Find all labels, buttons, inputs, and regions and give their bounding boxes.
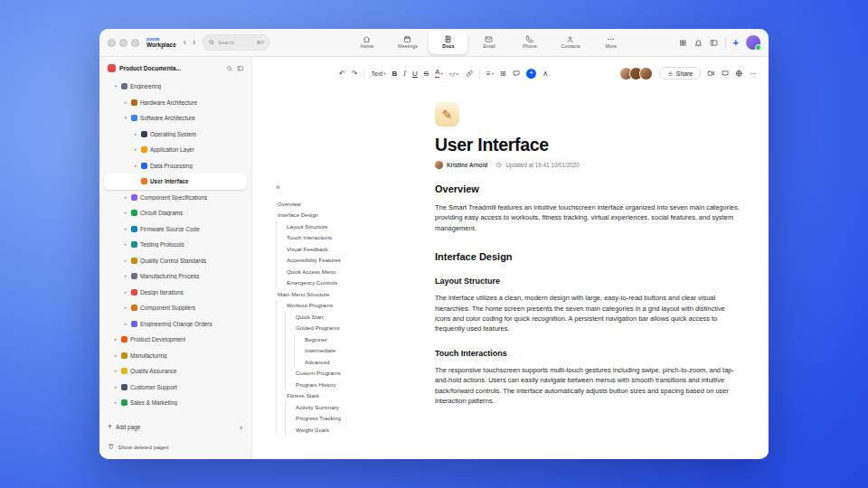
- outline-item-quick-start[interactable]: Quick Start: [276, 311, 422, 323]
- link-button[interactable]: [466, 67, 474, 80]
- sidebar-page-application-layer[interactable]: ▸Application Layer: [104, 142, 247, 158]
- chevron-down-icon[interactable]: ▾: [113, 84, 118, 89]
- tab-home[interactable]: Home: [347, 31, 386, 54]
- sidebar-page-software-architecture[interactable]: ▾Software Architecture: [104, 110, 247, 127]
- chevron-right-icon[interactable]: ▸: [133, 164, 138, 168]
- tab-contacts[interactable]: Contacts: [551, 31, 590, 54]
- chevron-right-icon[interactable]: ▸: [113, 369, 118, 373]
- tab-more[interactable]: More: [591, 31, 630, 54]
- outline-item-custom-programs[interactable]: Custom Programs: [276, 368, 422, 380]
- sidebar-page-engineering[interactable]: ▾Engineering: [104, 79, 247, 95]
- chevron-right-icon[interactable]: ▸: [123, 322, 128, 326]
- sidebar-page-product-development[interactable]: ▸Product Development: [104, 332, 247, 348]
- chevron-right-icon[interactable]: ▸: [133, 132, 138, 136]
- list-button[interactable]: ≡▾: [486, 67, 494, 80]
- outline-item-visual-feedback[interactable]: Visual Feedback: [276, 243, 422, 255]
- tab-email[interactable]: Email: [469, 31, 508, 54]
- outline-item-program-history[interactable]: Program History: [276, 379, 422, 390]
- outline-item-overview[interactable]: Overview: [276, 198, 422, 210]
- bold-button[interactable]: B: [392, 67, 398, 80]
- text-style-button[interactable]: Text▾: [371, 67, 385, 80]
- sidebar-page-sales-marketing[interactable]: ▸Sales & Marketing: [104, 395, 247, 411]
- outline-item-quick-access-menu[interactable]: Quick Access Menu: [276, 266, 422, 277]
- minimize-button[interactable]: [119, 39, 127, 47]
- strikethrough-button[interactable]: S: [424, 67, 429, 80]
- add-page-button[interactable]: + Add page ∨: [108, 419, 243, 434]
- panel-toggle-icon[interactable]: [710, 39, 718, 47]
- tab-phone[interactable]: Phone: [510, 31, 549, 54]
- chevron-right-icon[interactable]: ▸: [123, 100, 128, 105]
- global-search-input[interactable]: Search ⌘F: [203, 34, 269, 51]
- notifications-bell-icon[interactable]: [694, 39, 703, 47]
- sidebar-page-customer-support[interactable]: ▸Customer Support: [104, 380, 247, 396]
- sidebar-page-design-iterations[interactable]: ▸Design Iterations: [104, 285, 247, 301]
- sidebar-page-data-processing[interactable]: ▸Data Processing: [104, 158, 247, 174]
- outline-item-guided-programs[interactable]: Guided Programs: [276, 323, 422, 334]
- chevron-right-icon[interactable]: ▸: [123, 195, 128, 200]
- sidebar-page-component-specifications[interactable]: ▸Component Specifications: [104, 190, 247, 206]
- sidebar-page-engineering-change-orders[interactable]: ▸Engineering Change Orders: [104, 316, 247, 333]
- outline-item-progress-tracking[interactable]: Progress Tracking: [276, 413, 422, 425]
- chevron-right-icon[interactable]: ▸: [113, 385, 118, 389]
- undo-button[interactable]: ↶: [339, 67, 345, 80]
- chevron-right-icon[interactable]: ▸: [123, 274, 128, 278]
- apps-grid-icon[interactable]: [679, 39, 687, 47]
- underline-button[interactable]: U: [412, 67, 418, 80]
- comment-button[interactable]: [513, 67, 521, 80]
- user-avatar[interactable]: [746, 35, 760, 50]
- sidebar-page-quality-assurance[interactable]: ▸Quality Assurance: [104, 363, 247, 380]
- outline-item-advanced[interactable]: Advanced: [276, 356, 422, 368]
- tab-docs[interactable]: Docs: [429, 31, 467, 54]
- outline-item-accessibility-features[interactable]: Accessibility Features: [276, 255, 422, 267]
- outline-item-activity-summary[interactable]: Activity Summary: [276, 401, 422, 413]
- show-deleted-pages-button[interactable]: Show deleted pages: [108, 440, 243, 453]
- share-button[interactable]: Share: [659, 67, 701, 80]
- redo-button[interactable]: ↷: [352, 67, 358, 80]
- chevron-right-icon[interactable]: ▸: [113, 337, 118, 342]
- sidebar-page-manufacturing[interactable]: ▸Manufacturing: [104, 348, 247, 364]
- close-button[interactable]: [108, 39, 116, 47]
- chevron-down-icon[interactable]: ▾: [123, 116, 128, 120]
- workspace-name[interactable]: Product Documenta...: [119, 65, 222, 71]
- chevron-right-icon[interactable]: ▸: [123, 227, 128, 231]
- forward-button[interactable]: ›: [193, 38, 195, 47]
- chevron-right-icon[interactable]: ▸: [123, 290, 128, 295]
- outline-item-fitness-stats[interactable]: Fitness Stats: [276, 390, 422, 402]
- outline-item-layout-structure[interactable]: Layout Structure: [276, 221, 422, 232]
- sidebar-page-circuit-diagrams[interactable]: ▸Circuit Diagrams: [104, 205, 247, 221]
- video-icon[interactable]: [707, 67, 715, 80]
- outline-item-main-menu-structure[interactable]: Main Menu Structure: [276, 288, 422, 300]
- sidebar-search-icon[interactable]: [226, 65, 233, 72]
- more-icon[interactable]: [750, 67, 758, 80]
- sidebar-page-manufacturing-process[interactable]: ▸Manufacturing Process: [104, 268, 247, 285]
- collaborator-avatar[interactable]: [639, 67, 653, 80]
- maximize-button[interactable]: [131, 39, 139, 47]
- document-title[interactable]: User Interface: [435, 135, 741, 155]
- sidebar-page-operating-system[interactable]: ▸Operating System: [104, 127, 247, 143]
- code-button[interactable]: </>: [449, 67, 459, 80]
- tab-meetings[interactable]: Meetings: [388, 31, 427, 54]
- sidebar-page-component-suppliers[interactable]: ▸Component Suppliers: [104, 300, 247, 316]
- outline-item-interface-design[interactable]: Interface Design: [276, 210, 422, 221]
- sidebar-page-firmware-source-code[interactable]: ▸Firmware Source Code: [104, 221, 247, 238]
- back-button[interactable]: ‹: [184, 38, 186, 47]
- sidebar-collapse-icon[interactable]: [237, 65, 244, 72]
- outline-item-touch-interactions[interactable]: Touch Interactions: [276, 232, 422, 244]
- chevron-right-icon[interactable]: ▸: [113, 400, 118, 405]
- sidebar-page-testing-protocols[interactable]: ▸Testing Protocols: [104, 237, 247, 253]
- sidebar-page-hardware-architecture[interactable]: ▸Hardware Architecture: [104, 95, 247, 111]
- chevron-right-icon[interactable]: ▸: [113, 353, 118, 358]
- insert-button[interactable]: +: [526, 67, 536, 80]
- table-button[interactable]: ⊞: [500, 67, 506, 80]
- chevron-right-icon[interactable]: ▸: [133, 147, 138, 152]
- sidebar-page-quality-control-standards[interactable]: ▸Quality Control Standards: [104, 253, 247, 269]
- document-emoji-icon[interactable]: ✎: [435, 102, 459, 127]
- outline-item-workout-programs[interactable]: Workout Programs: [276, 300, 422, 312]
- text-color-button[interactable]: A▾: [435, 67, 443, 80]
- outline-item-intermediate[interactable]: Intermediate: [276, 345, 422, 357]
- chevron-right-icon[interactable]: ▸: [123, 305, 128, 310]
- italic-button[interactable]: I: [403, 67, 406, 80]
- outline-collapse-icon[interactable]: «: [276, 183, 422, 192]
- outline-item-emergency-controls[interactable]: Emergency Controls: [276, 277, 422, 289]
- outline-item-beginner[interactable]: Beginner: [276, 333, 422, 345]
